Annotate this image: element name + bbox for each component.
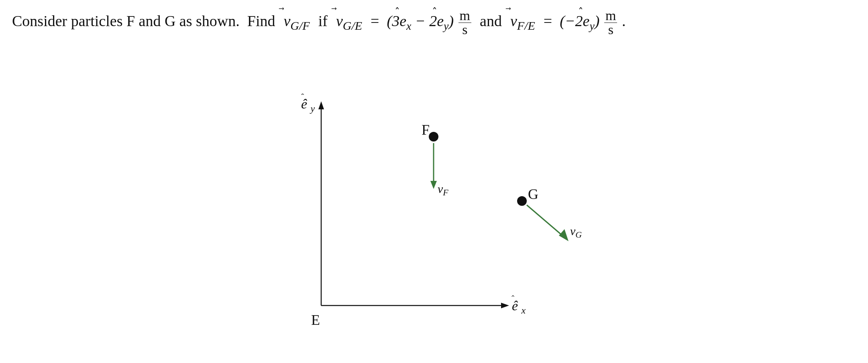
vG-arrow-line bbox=[527, 205, 565, 238]
fe-expr: (−2̂ey) bbox=[560, 12, 599, 29]
intro-text: Consider particles F and G as shown. Fin… bbox=[12, 12, 279, 29]
y-axis-arrow bbox=[318, 101, 324, 109]
vG-label: vG bbox=[570, 224, 582, 240]
v-ge-symbol: ⃗ vG/E bbox=[336, 10, 362, 35]
vG-arrowhead bbox=[559, 229, 568, 241]
equals-1: = bbox=[367, 12, 383, 29]
x-axis-arrow bbox=[501, 303, 509, 308]
and-text: and bbox=[476, 12, 506, 29]
particle-G-label: G bbox=[528, 186, 538, 202]
problem-statement: Consider particles F and G as shown. Fin… bbox=[12, 9, 626, 37]
fraction-2: ms bbox=[604, 9, 617, 37]
particle-F-dot bbox=[429, 132, 438, 142]
v-gf-symbol: ⃗ vG/F bbox=[283, 10, 310, 35]
v-fe-symbol: ⃗ vF/E bbox=[510, 10, 535, 35]
if-text: if bbox=[314, 12, 331, 29]
vF-label: vF bbox=[438, 182, 448, 197]
vF-arrowhead bbox=[430, 181, 437, 189]
diagram: ê y ˆ ê x ˆ E F vF G vG bbox=[233, 56, 594, 358]
origin-label: E bbox=[311, 312, 320, 328]
particle-F-label: F bbox=[422, 122, 430, 138]
period: . bbox=[622, 12, 626, 29]
x-axis-hat: ˆ bbox=[511, 293, 515, 304]
y-axis-hat: ˆ bbox=[301, 92, 304, 102]
fraction-1: ms bbox=[458, 9, 471, 37]
particle-G-dot bbox=[517, 196, 527, 206]
ge-expr: (3̂ex − 2̂ey) bbox=[387, 12, 454, 29]
equals-2: = bbox=[540, 12, 556, 29]
